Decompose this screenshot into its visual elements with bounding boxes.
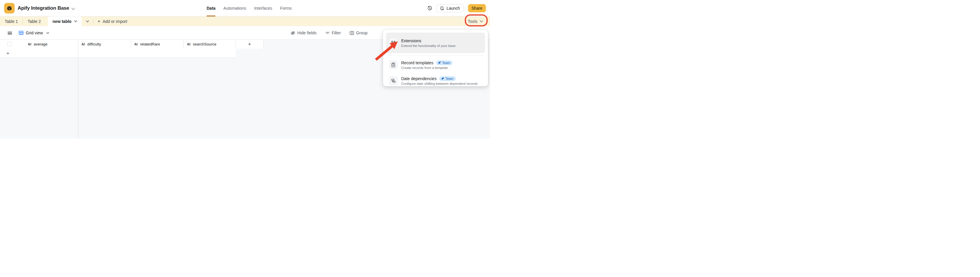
column-header-searchSource[interactable]: searchSource bbox=[184, 40, 236, 49]
chevron-down-icon bbox=[74, 20, 77, 22]
chevron-down-icon bbox=[86, 20, 89, 22]
tab-table-1[interactable]: Table 1 bbox=[0, 16, 22, 26]
grid-view-icon bbox=[19, 31, 24, 35]
column-header-average[interactable]: average bbox=[0, 40, 78, 49]
rocket-icon bbox=[438, 61, 441, 64]
column-header-relatedRare[interactable]: relatedRare bbox=[131, 40, 184, 49]
plus-icon: + bbox=[98, 19, 100, 24]
single-line-text-field-icon bbox=[187, 43, 191, 46]
apify-base-logo[interactable] bbox=[4, 3, 15, 13]
tab-automations[interactable]: Automations bbox=[223, 0, 246, 16]
launch-icon bbox=[440, 6, 445, 11]
view-config-buttons: Hide fields Filter Group bbox=[290, 26, 368, 40]
dependency-icon bbox=[391, 78, 396, 83]
tools-button[interactable]: Tools bbox=[468, 16, 483, 26]
add-field-button[interactable]: + bbox=[236, 40, 264, 49]
team-plan-badge: Team bbox=[436, 61, 452, 65]
single-line-text-field-icon bbox=[81, 43, 85, 46]
tab-interfaces[interactable]: Interfaces bbox=[254, 0, 272, 16]
launch-button[interactable]: Launch bbox=[436, 4, 464, 12]
apify-logo-icon bbox=[6, 5, 13, 11]
select-all-checkbox[interactable] bbox=[7, 42, 12, 46]
view-switcher[interactable]: Grid view bbox=[19, 26, 49, 40]
app-header: Apify Integration Base Data Automations … bbox=[0, 0, 490, 16]
hide-fields-button[interactable]: Hide fields bbox=[290, 30, 317, 35]
team-plan-badge: Team bbox=[439, 76, 456, 81]
table-tab-bar: Table 1 Table 2 new tablo + Add or impor… bbox=[0, 16, 490, 26]
single-line-text-field-icon bbox=[134, 43, 138, 46]
tab-new-tablo-active[interactable]: new tablo bbox=[48, 16, 82, 26]
view-sidebar-toggle[interactable] bbox=[8, 30, 12, 35]
base-title: Apify Integration Base bbox=[18, 5, 69, 11]
filter-icon bbox=[325, 31, 330, 35]
table-list-chevron-button[interactable] bbox=[82, 16, 93, 26]
history-icon[interactable] bbox=[427, 6, 432, 11]
tab-table-2[interactable]: Table 2 bbox=[23, 16, 45, 26]
tab-data[interactable]: Data bbox=[207, 0, 215, 16]
chevron-down-icon bbox=[72, 6, 75, 10]
add-record-row[interactable]: + bbox=[0, 49, 236, 58]
base-title-menu[interactable]: Apify Integration Base bbox=[18, 0, 74, 16]
menu-item-date-dependencies[interactable]: Date dependencies Team Configure date sh… bbox=[386, 74, 485, 87]
single-line-text-field-icon bbox=[28, 43, 32, 46]
add-or-import-button[interactable]: + Add or import bbox=[94, 16, 131, 26]
header-actions: Launch Share bbox=[427, 0, 486, 16]
plus-icon: + bbox=[6, 51, 10, 56]
tab-forms[interactable]: Forms bbox=[280, 0, 292, 16]
share-button[interactable]: Share bbox=[468, 4, 486, 12]
menu-item-extensions[interactable]: Extensions Extend the functionality of y… bbox=[386, 32, 485, 53]
group-icon bbox=[350, 31, 354, 35]
plus-icon: + bbox=[248, 42, 251, 47]
clipboard-icon bbox=[391, 62, 395, 67]
tools-dropdown-menu: Extensions Extend the functionality of y… bbox=[383, 30, 488, 86]
top-nav: Data Automations Interfaces Forms bbox=[207, 0, 291, 16]
menu-item-record-templates[interactable]: Record templates Team Create records fro… bbox=[386, 58, 485, 72]
chevron-down-icon bbox=[480, 20, 483, 22]
eye-slash-icon bbox=[290, 31, 295, 35]
grid-header-row: average difficulty r bbox=[0, 40, 264, 49]
column-header-difficulty[interactable]: difficulty bbox=[78, 40, 131, 49]
view-name: Grid view bbox=[26, 30, 43, 35]
rocket-icon bbox=[441, 77, 444, 80]
airtable-base-page: Apify Integration Base Data Automations … bbox=[0, 0, 490, 139]
primary-column-divider bbox=[78, 58, 78, 139]
filter-button[interactable]: Filter bbox=[325, 30, 341, 35]
extensions-shapes-icon bbox=[391, 40, 396, 45]
chevron-down-icon bbox=[46, 32, 49, 34]
group-button[interactable]: Group bbox=[350, 30, 368, 35]
